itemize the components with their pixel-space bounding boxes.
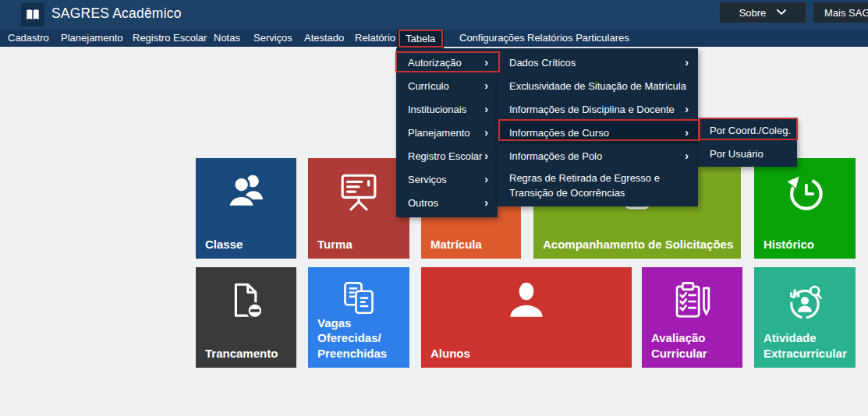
menu-item-label: Informações de Polo: [509, 150, 602, 162]
chevron-right-icon: [484, 56, 488, 69]
header-bar: SAGRES Acadêmico Sobre Mais SAGR: [0, 0, 868, 30]
chevron-right-icon: [484, 173, 488, 185]
menu-item-por-coord-coleg[interactable]: Por Coord./Coleg.: [698, 118, 797, 142]
tile-trancamento[interactable]: Trancamento: [196, 267, 296, 368]
menu-item-regras-retirada-egresso[interactable]: Regras de Retirada de Egresso e Transiçã…: [498, 167, 698, 203]
menu-item-label: Regras de Retirada de Egresso e Transiçã…: [509, 171, 689, 201]
chevron-right-icon: [484, 126, 488, 139]
menu-item-informacoes-disciplina-docente[interactable]: Informações de Disciplina e Docente: [498, 97, 698, 121]
activity-circle-icon: [782, 279, 827, 324]
menubar: Cadastro Planejamento Registro Escolar N…: [0, 30, 868, 47]
more-sagres-button[interactable]: Mais SAGR: [813, 2, 868, 23]
menu-item-label: Outros: [408, 197, 438, 209]
menu-item-label: Dados Críticos: [509, 57, 576, 69]
tile-label: Trancamento: [205, 346, 292, 361]
menu-item-institucionais[interactable]: Institucionais: [396, 97, 498, 121]
tile-historico[interactable]: Histórico: [754, 158, 856, 259]
open-book-logo-icon: [21, 3, 44, 26]
menu-configuracoes[interactable]: Configurações: [459, 30, 525, 47]
menu-planejamento[interactable]: Planejamento: [61, 30, 123, 47]
menu-servicos[interactable]: Serviços: [253, 30, 292, 47]
menu-registro-escolar[interactable]: Registro Escolar: [133, 30, 207, 47]
menu-relatorio[interactable]: Relatório: [355, 30, 395, 47]
tile-vagas-oferecidas-preenchidas[interactable]: Vagas Oferecidas/ Preenchidas: [308, 267, 409, 368]
autorizacao-submenu: Dados Críticos Exclusividade de Situação…: [498, 48, 698, 206]
menu-item-informacoes-de-curso[interactable]: Informações de Curso: [498, 121, 698, 144]
menu-item-label: Institucionais: [408, 104, 466, 115]
chevron-right-icon: [484, 103, 488, 115]
menu-item-outros[interactable]: Outros: [396, 191, 498, 214]
tile-label: Avaliação Curricular: [651, 330, 738, 361]
chevron-right-icon: [685, 126, 689, 139]
menu-item-autorizacao[interactable]: Autorização: [396, 51, 498, 74]
tile-label: Classe: [205, 237, 292, 252]
chevron-right-icon: [685, 150, 689, 162]
tile-label: Acompanhamento de Solicitações: [543, 237, 736, 252]
menu-item-label: Registro Escolar: [408, 150, 482, 162]
history-clock-icon: [781, 170, 828, 217]
app-window: SAGRES Acadêmico Sobre Mais SAGR Cadastr…: [0, 0, 868, 416]
tile-label: Turma: [317, 237, 405, 252]
menu-item-label: Por Coord./Coleg.: [710, 125, 791, 136]
chevron-down-icon: [777, 9, 786, 16]
presentation-board-icon: [336, 170, 381, 215]
menu-item-exclusividade-situacao-matricula[interactable]: Exclusividade de Situação de Matrícula: [498, 74, 698, 97]
about-button-label: Sobre: [739, 7, 767, 19]
tile-turma[interactable]: Turma: [308, 158, 409, 259]
chevron-right-icon: [685, 56, 689, 69]
tile-avaliacao-curricular[interactable]: Avaliação Curricular: [642, 267, 742, 368]
menu-item-label: Planejamento: [408, 127, 470, 139]
chevron-right-icon: [685, 103, 689, 115]
tile-label: Matrícula: [430, 237, 516, 252]
about-button[interactable]: Sobre: [720, 2, 806, 23]
menu-item-label: Serviços: [408, 174, 447, 185]
menu-relatorios-particulares[interactable]: Relatórios Particulares: [527, 30, 629, 47]
menu-item-planejamento[interactable]: Planejamento: [396, 121, 498, 144]
menu-item-label: Currículo: [408, 80, 449, 92]
tile-label: Histórico: [763, 237, 851, 252]
menu-item-por-usuario[interactable]: Por Usuário: [698, 142, 797, 165]
informacoes-de-curso-submenu: Por Coord./Coleg. Por Usuário: [698, 118, 797, 167]
tabela-dropdown-menu: Autorização Currículo Institucionais Pla…: [396, 48, 498, 217]
menu-item-servicos[interactable]: Serviços: [396, 167, 498, 191]
menu-cadastro[interactable]: Cadastro: [8, 30, 49, 47]
menu-tabela[interactable]: Tabela: [397, 30, 444, 48]
tile-classe[interactable]: Classe: [196, 158, 296, 259]
menu-atestado[interactable]: Atestado: [304, 30, 344, 47]
document-minus-icon: [224, 279, 269, 324]
menu-item-dados-criticos[interactable]: Dados Críticos: [498, 51, 698, 74]
more-sagres-label: Mais SAGR: [824, 7, 868, 19]
app-title: SAGRES Acadêmico: [51, 5, 182, 22]
menu-item-informacoes-de-polo[interactable]: Informações de Polo: [498, 144, 698, 167]
tile-atividade-extracurricular[interactable]: Atividade Extracurricular: [754, 267, 856, 368]
menu-item-registro-escolar[interactable]: Registro Escolar: [396, 144, 498, 167]
tile-label: Atividade Extracurricular: [763, 330, 851, 361]
menu-item-curriculo[interactable]: Currículo: [396, 74, 498, 97]
menu-item-label: Informações de Curso: [509, 127, 609, 139]
tile-alunos[interactable]: Alunos: [421, 267, 632, 368]
menu-notas[interactable]: Notas: [214, 30, 240, 47]
menu-item-label: Exclusividade de Situação de Matrícula: [509, 80, 686, 92]
checklist-pen-icon: [670, 279, 715, 324]
tile-label: Vagas Oferecidas/ Preenchidas: [317, 316, 405, 361]
menu-item-label: Informações de Disciplina e Docente: [509, 104, 675, 115]
menu-item-label: Autorização: [408, 57, 462, 69]
person-icon: [503, 279, 550, 326]
tile-label: Alunos: [430, 346, 627, 361]
chevron-right-icon: [484, 79, 488, 92]
chevron-right-icon: [484, 150, 488, 162]
menu-item-label: Por Usuário: [710, 148, 763, 160]
people-group-icon: [224, 170, 269, 215]
chevron-right-icon: [484, 196, 488, 209]
